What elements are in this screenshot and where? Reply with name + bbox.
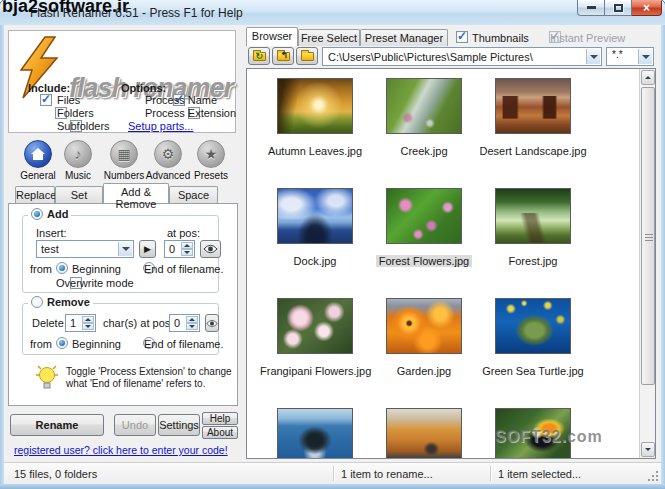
remove-pos-spinner[interactable]: 0 bbox=[169, 314, 200, 332]
help-button[interactable]: Help bbox=[202, 412, 238, 425]
app-window: Flash Renamer 6.51 - Press F1 for Help ×… bbox=[0, 0, 665, 489]
add-group: Add Insert: at pos: test ▶ 0 from Beginn bbox=[22, 215, 219, 293]
path-combobox[interactable]: C:\Users\Public\Pictures\Sample Pictures… bbox=[322, 47, 602, 66]
spinner-arrows[interactable] bbox=[186, 316, 198, 330]
maximize-icon bbox=[614, 4, 623, 12]
process-extension-label: Process Extension bbox=[145, 107, 236, 119]
file-item[interactable]: Autumn Leaves.jpg bbox=[260, 78, 370, 157]
music-label: Music bbox=[55, 170, 101, 181]
add-radio[interactable] bbox=[31, 208, 43, 220]
options-heading: Options: bbox=[121, 82, 166, 94]
spinner-arrows[interactable] bbox=[82, 316, 94, 330]
maximize-button[interactable] bbox=[605, 0, 632, 16]
settings-button[interactable]: Settings bbox=[158, 414, 200, 436]
presets-category-button[interactable]: ★ bbox=[197, 140, 225, 168]
close-button[interactable]: × bbox=[632, 0, 662, 16]
thumbnail-antelope bbox=[386, 408, 462, 459]
register-link[interactable]: registered user? click here to enter you… bbox=[14, 444, 228, 456]
file-name-selected: Forest Flowers.jpg bbox=[376, 255, 472, 267]
add-from-label: from bbox=[30, 263, 52, 275]
gear-icon: ⚙ bbox=[162, 146, 175, 162]
file-item-selected[interactable]: Forest Flowers.jpg bbox=[369, 188, 479, 267]
thumbnail-frangipani-flowers bbox=[277, 298, 353, 354]
files-checkbox[interactable] bbox=[40, 94, 52, 106]
thumbnail-desert-landscape bbox=[495, 78, 571, 134]
thumbnail-whale bbox=[277, 408, 353, 459]
numbers-category-button[interactable]: ▦ bbox=[110, 140, 138, 168]
tab-browser[interactable]: Browser bbox=[246, 27, 298, 46]
insert-combobox[interactable]: test bbox=[36, 240, 134, 258]
file-item[interactable]: Forest.jpg bbox=[478, 188, 588, 267]
file-name: Desert Landscape.jpg bbox=[478, 145, 588, 157]
tab-add-remove[interactable]: Add & Remove bbox=[103, 183, 169, 203]
delete-label: Delete bbox=[32, 317, 64, 329]
rename-button[interactable]: Rename bbox=[10, 414, 104, 436]
vertical-scrollbar[interactable] bbox=[639, 69, 655, 458]
thumbnail-list: Autumn Leaves.jpg Creek.jpg Desert Lands… bbox=[246, 68, 656, 459]
remove-preview-button[interactable] bbox=[205, 314, 219, 332]
file-item[interactable]: Dock.jpg bbox=[260, 188, 370, 267]
folder-refresh-icon: ↻ bbox=[253, 52, 266, 61]
thumbnail-forest-flowers bbox=[386, 188, 462, 244]
chevron-down-icon[interactable] bbox=[638, 49, 652, 64]
file-item[interactable]: Frangipani Flowers.jpg bbox=[260, 298, 370, 377]
file-item[interactable] bbox=[260, 408, 370, 459]
tab-space-trim[interactable]: Space Trim bbox=[169, 186, 218, 203]
add-beginning-radio[interactable] bbox=[56, 262, 68, 274]
file-item[interactable]: Garden.jpg bbox=[369, 298, 479, 377]
logo-panel: flash renamer Include: Files Folders Sub… bbox=[8, 30, 236, 133]
tab-replace[interactable]: Replace bbox=[15, 186, 55, 203]
chevron-down-icon[interactable] bbox=[586, 49, 600, 64]
music-note-icon: ♪ bbox=[75, 146, 82, 162]
tab-free-select[interactable]: Free Select bbox=[298, 29, 360, 46]
eye-icon bbox=[206, 319, 218, 328]
status-bar: 15 files, 0 folders 1 item to rename... … bbox=[4, 462, 661, 484]
insert-menu-button[interactable]: ▶ bbox=[139, 240, 156, 258]
file-item[interactable] bbox=[369, 408, 479, 459]
tab-set-casing[interactable]: Set Casing bbox=[55, 186, 103, 203]
add-beginning-label: Beginning bbox=[72, 263, 121, 275]
spinner-arrows[interactable] bbox=[181, 242, 193, 256]
about-button[interactable]: About bbox=[202, 426, 238, 439]
scrollbar-thumb[interactable] bbox=[641, 87, 655, 385]
add-remove-panel: Add Insert: at pos: test ▶ 0 from Beginn bbox=[8, 203, 238, 406]
remove-radio[interactable] bbox=[31, 296, 43, 308]
minimize-button[interactable] bbox=[577, 0, 605, 16]
file-item[interactable]: Creek.jpg bbox=[369, 78, 479, 157]
thumbnail-creek bbox=[386, 78, 462, 134]
music-category-button[interactable]: ♪ bbox=[64, 140, 92, 168]
browse-folder-button[interactable] bbox=[296, 47, 318, 65]
folders-label: Folders bbox=[57, 107, 94, 119]
advanced-category-button[interactable]: ⚙ bbox=[154, 140, 182, 168]
thumbnails-label: Thumbnails bbox=[472, 32, 529, 44]
thumbnails-checkbox[interactable] bbox=[456, 31, 468, 43]
insert-label: Insert: bbox=[36, 227, 67, 239]
presets-label: Presets bbox=[188, 170, 234, 181]
refresh-folder-button[interactable]: ↻ bbox=[248, 47, 270, 65]
scroll-up-button[interactable] bbox=[641, 70, 655, 85]
file-item[interactable]: Green Sea Turtle.jpg bbox=[478, 298, 588, 377]
add-preview-button[interactable] bbox=[200, 240, 221, 258]
chevron-down-icon[interactable] bbox=[118, 242, 132, 256]
undo-button[interactable]: Undo bbox=[114, 414, 156, 436]
window-border-bottom bbox=[0, 484, 665, 489]
file-name: Dock.jpg bbox=[260, 255, 370, 267]
general-category-button[interactable] bbox=[24, 140, 52, 168]
tip-text: Toggle 'Process Extension' to change wha… bbox=[66, 366, 232, 390]
numbers-label: Numbers bbox=[101, 170, 147, 181]
filter-combobox[interactable]: *.* bbox=[606, 47, 654, 66]
add-pos-value: 0 bbox=[169, 243, 175, 255]
remove-group: Remove Delete 1 char(s) at pos 0 from Be… bbox=[22, 303, 219, 355]
up-folder-button[interactable]: ↰ bbox=[272, 47, 294, 65]
delete-count-spinner[interactable]: 1 bbox=[65, 314, 96, 332]
scroll-down-button[interactable] bbox=[641, 442, 655, 457]
file-item[interactable]: Desert Landscape.jpg bbox=[478, 78, 588, 157]
scrollbar-grip bbox=[645, 234, 653, 235]
setup-parts-link[interactable]: Setup parts... bbox=[128, 120, 193, 132]
resize-grip[interactable] bbox=[656, 479, 658, 481]
arrow-down-icon bbox=[645, 448, 651, 451]
tab-preset-manager[interactable]: Preset Manager bbox=[360, 29, 448, 46]
add-pos-spinner[interactable]: 0 bbox=[164, 240, 195, 258]
remove-beginning-radio[interactable] bbox=[56, 337, 68, 349]
minimize-icon bbox=[587, 6, 596, 9]
